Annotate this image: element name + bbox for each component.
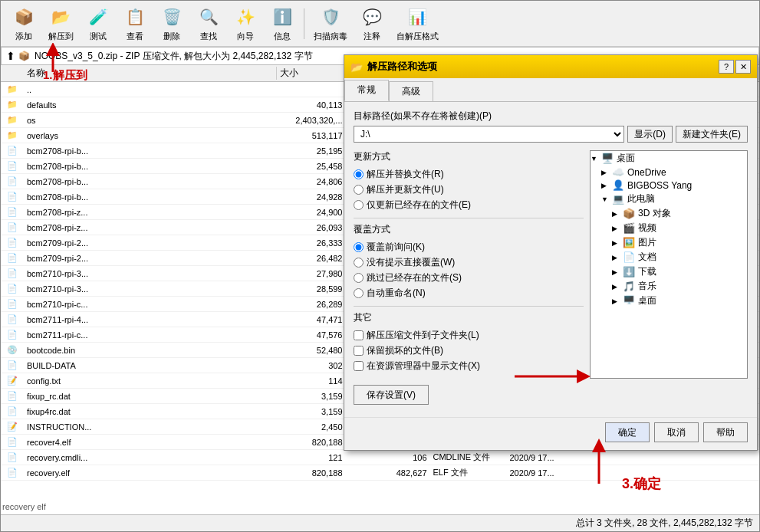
toolbar-find-label: 查找: [200, 31, 217, 42]
save-settings-button[interactable]: 保存设置(V): [354, 385, 429, 405]
file-icon: 📁: [1, 115, 24, 125]
status-bar: 总计 3 文件夹, 28 文件, 2,445,282,132 字节: [1, 514, 759, 531]
toolbar-add[interactable]: 📦 添加: [7, 3, 41, 44]
file-name: ..: [24, 85, 277, 94]
file-icon: 📄: [1, 222, 24, 232]
dialog-title-icon: 📂: [350, 61, 363, 73]
tree-expander: ▶: [612, 225, 621, 232]
tree-item[interactable]: ▶ ⬇️ 下载: [591, 264, 747, 279]
toolbar-separator: [304, 8, 304, 39]
file-name: bcm2710-rpi-3...: [24, 269, 277, 278]
dialog-question-btn[interactable]: ?: [719, 60, 734, 74]
file-name: BUILD-DATA: [24, 361, 277, 370]
tree-item-icon: 🖥️: [623, 295, 635, 304]
toolbar-view[interactable]: 📋 查看: [118, 3, 152, 44]
tree-expander: ▶: [612, 254, 621, 261]
file-icon: 📄: [1, 161, 24, 171]
col-header-size[interactable]: 大小: [277, 67, 346, 80]
tree-item-label: 桌面: [617, 152, 635, 165]
tree-item-label: 桌面: [638, 294, 656, 304]
cancel-button[interactable]: 取消: [654, 422, 699, 442]
tab-advanced[interactable]: 高级: [389, 81, 433, 101]
tree-item-icon: 🖥️: [601, 153, 614, 164]
file-icon: 📄: [1, 330, 24, 340]
file-size: 27,980: [277, 269, 346, 278]
target-path-select[interactable]: J:\: [354, 126, 624, 143]
overwrite-section-title: 覆盖方式: [354, 223, 584, 236]
tree-item[interactable]: ▼ 💻 此电脑: [591, 192, 747, 206]
file-size: 24,900: [277, 208, 346, 217]
file-size: 3,159: [277, 407, 346, 416]
checkbox-subfolder[interactable]: 解压压缩文件到子文件夹(L): [354, 329, 584, 342]
tree-item[interactable]: ▶ 📦 3D 对象: [591, 206, 747, 221]
tree-item[interactable]: ▶ 🎵 音乐: [591, 279, 747, 294]
radio-skip[interactable]: 跳过已经存在的文件(S): [354, 271, 584, 284]
file-name: bcm2710-rpi-c...: [24, 300, 277, 309]
tree-item[interactable]: ▶ 📄 文档: [591, 250, 747, 264]
tree-expander: ▶: [612, 268, 621, 276]
toolbar-extract[interactable]: 📂 解压到: [44, 3, 78, 44]
show-button[interactable]: 显示(D): [627, 126, 673, 143]
tree-item[interactable]: ▶ 👤 BIGBOSS Yang: [591, 179, 747, 192]
tree-item[interactable]: ▶ 🖥️ 桌面: [591, 294, 747, 304]
ok-button[interactable]: 确定: [605, 422, 650, 442]
table-row[interactable]: 📄 recovery.cmdli... 121 106 CMDLINE 文件 2…: [1, 450, 759, 465]
tree-item-label: 音乐: [638, 280, 656, 293]
file-name: bcm2711-rpi-4...: [24, 315, 277, 324]
file-name: bcm2711-rpi-c...: [24, 330, 277, 340]
tree-item[interactable]: ▼ 🖥️ 桌面: [591, 151, 747, 166]
annotation-step3: 3.确定: [622, 475, 661, 493]
file-size: 26,289: [277, 300, 346, 309]
extract-icon: 📂: [49, 5, 74, 29]
tree-expander: ▶: [612, 239, 621, 247]
toolbar-info[interactable]: ℹ️ 信息: [265, 3, 299, 44]
wizard-icon: ✨: [233, 5, 258, 29]
checkbox-keep-broken[interactable]: 保留损坏的文件(B): [354, 344, 584, 357]
file-size: 820,188: [277, 438, 346, 447]
radio-replace[interactable]: 解压并替换文件(R): [354, 168, 584, 181]
dialog-close-btn[interactable]: ✕: [735, 60, 751, 74]
tab-general[interactable]: 常规: [344, 80, 389, 101]
tree-item[interactable]: ▶ ☁️ OneDrive: [591, 166, 747, 179]
toolbar-wizard[interactable]: ✨ 向导: [229, 3, 262, 44]
checkbox-show-files[interactable]: 在资源管理器中显示文件(X): [354, 360, 584, 373]
help-button[interactable]: 帮助: [703, 422, 748, 442]
file-size: 513,117: [277, 131, 346, 140]
toolbar-scan[interactable]: 🛡️ 扫描病毒: [309, 3, 352, 44]
tree-item[interactable]: ▶ 🖼️ 图片: [591, 235, 747, 250]
file-icon: 📄: [1, 468, 24, 478]
radio-no-prompt[interactable]: 没有提示直接覆盖(W): [354, 256, 584, 269]
file-size: 24,806: [277, 177, 346, 186]
toolbar-delete-label: 删除: [163, 31, 180, 42]
target-path-row: J:\ 显示(D) 新建文件夹(E): [354, 126, 748, 143]
tree-item-icon: ⬇️: [623, 266, 635, 277]
file-icon: 📄: [1, 284, 24, 294]
new-folder-button[interactable]: 新建文件夹(E): [676, 126, 748, 143]
folder-tree[interactable]: ▼ 🖥️ 桌面 ▶ ☁️ OneDrive ▶ 👤 BIGBOSS Yang ▼…: [591, 151, 747, 304]
file-size: 2,450: [277, 422, 346, 432]
overwrite-section: 覆盖方式 覆盖前询问(K) 没有提示直接覆盖(W) 跳过已经存在的文件(S) 自…: [354, 223, 584, 300]
two-col-layout: 更新方式 解压并替换文件(R) 解压并更新文件(U) 仅更新已经存在的文件(E): [354, 150, 748, 379]
file-name: bootcode.bin: [24, 346, 277, 355]
radio-rename[interactable]: 自动重命名(N): [354, 287, 584, 300]
radio-existing[interactable]: 仅更新已经存在的文件(E): [354, 199, 584, 212]
tree-view-column[interactable]: ▼ 🖥️ 桌面 ▶ ☁️ OneDrive ▶ 👤 BIGBOSS Yang ▼…: [590, 150, 748, 379]
file-size: 47,471: [277, 315, 346, 324]
file-name: fixup_rc.dat: [24, 392, 277, 401]
radio-update[interactable]: 解压并更新文件(U): [354, 183, 584, 196]
toolbar-comment[interactable]: 💬 注释: [355, 3, 389, 44]
find-icon: 🔍: [196, 5, 221, 29]
toolbar-find[interactable]: 🔍 查找: [192, 3, 225, 44]
divider-1: [354, 218, 584, 218]
update-section-title: 更新方式: [354, 150, 584, 163]
file-name: recover4.elf: [24, 438, 277, 447]
options-column: 更新方式 解压并替换文件(R) 解压并更新文件(U) 仅更新已经存在的文件(E): [354, 150, 584, 379]
file-size: 25,195: [277, 146, 346, 156]
toolbar-selfextract[interactable]: 📊 自解压格式: [392, 3, 443, 44]
toolbar-test[interactable]: 🧪 测试: [81, 3, 115, 44]
radio-ask[interactable]: 覆盖前询问(K): [354, 241, 584, 254]
toolbar-delete[interactable]: 🗑️ 删除: [155, 3, 189, 44]
file-icon: 📄: [1, 253, 24, 263]
tree-item-label: 此电脑: [627, 192, 655, 205]
tree-item[interactable]: ▶ 🎬 视频: [591, 221, 747, 235]
